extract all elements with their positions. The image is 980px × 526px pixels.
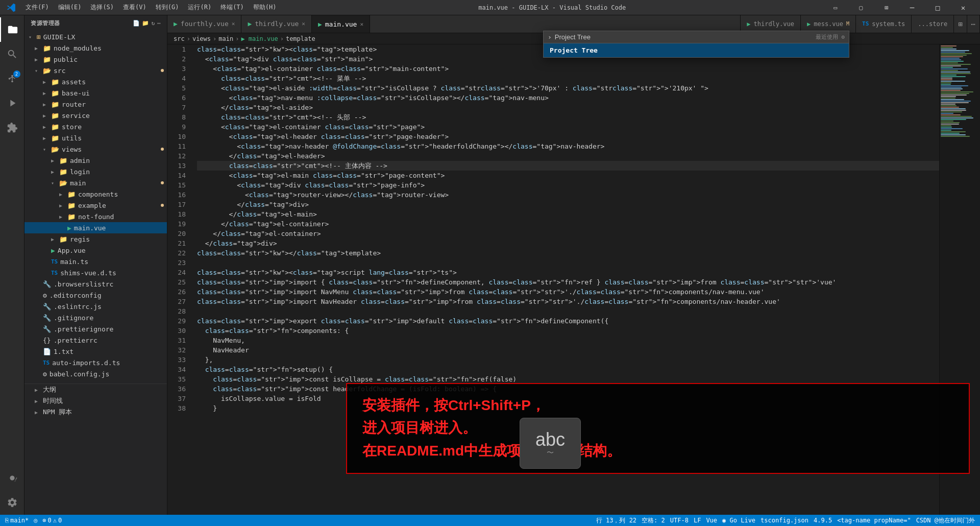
tree-shims[interactable]: TS shims-vue.d.ts <box>24 267 167 278</box>
tab-more[interactable]: ⋯ <box>967 15 980 33</box>
tree-assets[interactable]: ▶ 📁 assets <box>24 76 167 87</box>
code-line-13: class=class="str">"cmt"><!-- 主体内容 --> <box>197 161 939 171</box>
minimap-line <box>941 114 961 115</box>
tree-main-vue[interactable]: ▶ main.vue <box>24 222 167 233</box>
menu-goto[interactable]: 转到(G) <box>152 2 183 13</box>
tree-prettierignore[interactable]: 🔧 .prettierignore <box>24 323 167 334</box>
activity-remote[interactable] <box>0 466 24 490</box>
activity-settings[interactable] <box>0 490 24 515</box>
menu-file[interactable]: 文件(F) <box>21 2 53 13</box>
menu-edit[interactable]: 编辑(E) <box>54 2 86 13</box>
menu-terminal[interactable]: 终端(T) <box>216 2 248 13</box>
bc-src[interactable]: src <box>174 35 185 42</box>
command-result-project-tree[interactable]: Project Tree <box>544 43 849 57</box>
menu-help[interactable]: 帮助(H) <box>249 2 281 13</box>
tree-src[interactable]: ▾ 📂 src <box>24 65 167 76</box>
tab-system-ts[interactable]: TS system.ts <box>856 15 912 33</box>
status-spaces[interactable]: 空格: 2 <box>642 516 665 525</box>
menu-run[interactable]: 运行(R) <box>184 2 215 13</box>
minimize-button[interactable]: ─ <box>900 0 924 15</box>
bc-file[interactable]: ▶ main.vue <box>241 35 278 42</box>
status-branch[interactable]: ⎘ main* <box>5 517 29 524</box>
new-file-icon[interactable]: 📄 <box>133 20 140 27</box>
activity-extensions[interactable] <box>0 115 24 140</box>
tree-store[interactable]: ▶ 📁 store <box>24 121 167 132</box>
activity-run[interactable] <box>0 91 24 115</box>
status-errors[interactable]: ⊗ 0 ⚠ 0 <box>42 517 62 524</box>
tree-views[interactable]: ▾ 📂 views <box>24 144 167 155</box>
tree-login[interactable]: ▶ 📁 login <box>24 166 167 177</box>
layout-icon[interactable]: ▭ <box>824 0 847 15</box>
tab-mess[interactable]: ▶ mess.vue M <box>801 15 856 33</box>
status-line-col[interactable]: 行 13，列 22 <box>596 516 636 525</box>
status-encoding[interactable]: UTF-8 <box>670 517 689 524</box>
maximize-button[interactable]: □ <box>926 0 949 15</box>
tree-gitignore[interactable]: 🔧 .gitignore <box>24 312 167 323</box>
tab-close[interactable]: ✕ <box>232 20 235 27</box>
menu-select[interactable]: 选择(S) <box>86 2 118 13</box>
tree-root[interactable]: ▾ ⊞ GUIDE-LX <box>24 31 167 42</box>
tree-main-ts[interactable]: TS main.ts <box>24 256 167 267</box>
tree-auto-imports[interactable]: TS auto-imports.d.ts <box>24 357 167 368</box>
menu-view[interactable]: 查看(V) <box>119 2 151 13</box>
tab-close[interactable]: ✕ <box>360 21 363 28</box>
spacer <box>35 281 43 287</box>
status-go-live[interactable]: ◉ Go Live <box>722 517 755 524</box>
tab-store[interactable]: ...store <box>912 15 954 33</box>
status-line-ending[interactable]: LF <box>694 517 701 524</box>
minimap-line <box>941 116 972 117</box>
layout-icon3[interactable]: ⊞ <box>875 0 898 15</box>
tree-browserslist[interactable]: 🔧 .browserslistrc <box>24 278 167 290</box>
new-folder-icon[interactable]: 📁 <box>142 20 150 27</box>
tab-close[interactable]: ✕ <box>302 20 305 27</box>
sidebar-npm[interactable]: ▶ NPM 脚本 <box>24 407 167 418</box>
refresh-icon[interactable]: ↻ <box>152 20 155 27</box>
bc-template[interactable]: template <box>286 35 315 42</box>
tab-fourthly[interactable]: ▶ fourthly.vue ✕ <box>167 15 241 33</box>
tree-base-ui[interactable]: ▶ 📁 base-ui <box>24 87 167 99</box>
sidebar-timeline[interactable]: ▶ 时间线 <box>24 395 167 407</box>
activity-explorer[interactable] <box>0 17 24 42</box>
tree-prettierrc[interactable]: {} .prettierrc <box>24 334 167 346</box>
sidebar-header-icons[interactable]: 📄 📁 ↻ ⋯ <box>133 20 161 27</box>
collapse-icon[interactable]: ⋯ <box>157 20 161 27</box>
tree-admin[interactable]: ▶ 📁 admin <box>24 155 167 166</box>
components-label: components <box>78 190 118 198</box>
gear-file-icon: ⚙ <box>43 292 47 299</box>
tab-thirdly-right[interactable]: ▶ thirdly.vue <box>741 15 801 33</box>
tree-components[interactable]: ▶ 📁 components <box>24 188 167 200</box>
tree-1txt[interactable]: 📄 1.txt <box>24 346 167 357</box>
status-csdn[interactable]: CSDN @他在时间门外 <box>916 516 975 525</box>
command-input[interactable] <box>555 33 812 41</box>
sidebar-title: 资源管理器 <box>31 19 60 27</box>
folder-open-icon: 📂 <box>59 179 67 187</box>
activity-git[interactable]: 2 <box>0 66 24 91</box>
bc-views[interactable]: views <box>192 35 211 42</box>
activity-search[interactable] <box>0 42 24 66</box>
tree-public[interactable]: ▶ 📁 public <box>24 54 167 65</box>
tree-app-vue[interactable]: ▶ App.vue <box>24 245 167 256</box>
tree-example[interactable]: ▶ 📁 example <box>24 200 167 211</box>
close-button[interactable]: ✕ <box>951 0 975 15</box>
tree-utils[interactable]: ▶ 📁 utils <box>24 132 167 144</box>
status-tsconfig[interactable]: tsconfig.json <box>761 517 808 524</box>
bc-main[interactable]: main <box>218 35 233 42</box>
tab-thirdly[interactable]: ▶ thirdly.vue ✕ <box>241 15 312 33</box>
tree-babel[interactable]: ⚙ babel.config.js <box>24 368 167 379</box>
tree-main[interactable]: ▾ 📂 main <box>24 177 167 188</box>
spacer <box>35 371 43 377</box>
tab-main-vue[interactable]: ▶ main.vue ✕ <box>312 15 370 33</box>
tree-not-found[interactable]: ▶ 📁 not-found <box>24 211 167 222</box>
status-sync[interactable]: ◎ <box>34 517 37 524</box>
status-version[interactable]: 4.9.5 <box>814 517 832 524</box>
tree-node-modules[interactable]: ▶ 📁 node_modules <box>24 42 167 54</box>
tree-editorconfig[interactable]: ⚙ .editorconfig <box>24 290 167 301</box>
layout-icon2[interactable]: ▢ <box>849 0 873 15</box>
tree-router[interactable]: ▶ 📁 router <box>24 99 167 110</box>
status-language[interactable]: Vue <box>706 517 717 524</box>
tree-regis[interactable]: ▶ 📁 regis <box>24 233 167 245</box>
tab-split[interactable]: ⊞ <box>954 15 967 33</box>
sidebar-outline[interactable]: ▶ 大纲 <box>24 384 167 395</box>
tree-service[interactable]: ▶ 📁 service <box>24 110 167 121</box>
tree-eslintrc[interactable]: 🔧 .eslintrc.js <box>24 301 167 312</box>
